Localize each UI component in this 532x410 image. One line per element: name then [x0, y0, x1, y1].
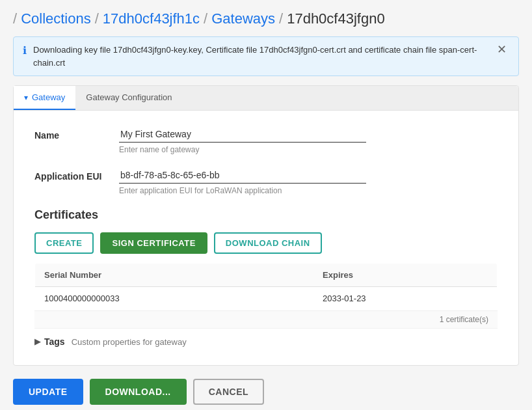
breadcrumb-collections[interactable]: Collections — [21, 10, 91, 27]
certificates-table: Serial Number Expires 1000400000000033 2… — [34, 263, 498, 310]
main-card: ▾ Gateway Gateway Configuration Name Ent… — [13, 85, 519, 366]
breadcrumb-collection-id[interactable]: 17dh0cf43jfh1c — [103, 10, 200, 27]
breadcrumb-sep-1: / — [95, 10, 99, 27]
download-button[interactable]: DOWNLOAD... — [90, 379, 187, 405]
table-body: 1000400000000033 2033-01-23 — [35, 287, 498, 310]
chevron-down-icon: ▾ — [24, 93, 28, 102]
breadcrumb-current: 17dh0cf43jfgn0 — [287, 10, 384, 27]
tab-gateway[interactable]: ▾ Gateway — [14, 86, 75, 110]
tags-row: ▶ Tags Custom properties for gateway — [34, 328, 498, 349]
col-serial-number: Serial Number — [35, 264, 314, 287]
update-button[interactable]: UPDATE — [13, 379, 83, 405]
app-eui-hint: Enter application EUI for LoRaWAN applic… — [119, 186, 366, 195]
app-eui-input[interactable] — [119, 167, 366, 184]
create-button[interactable]: CREATE — [34, 232, 94, 254]
cert-footer: 1 certificate(s) — [34, 310, 498, 328]
certificates-title: Certificates — [34, 208, 498, 222]
banner-close-button[interactable]: ✕ — [494, 44, 509, 55]
cancel-button[interactable]: CANCEL — [193, 379, 264, 405]
name-label: Name — [34, 126, 106, 141]
certificates-section: Certificates CREATE SIGN CERTIFICATE DOW… — [34, 208, 498, 328]
name-input[interactable] — [119, 126, 366, 143]
sign-certificate-button[interactable]: SIGN CERTIFICATE — [100, 232, 207, 254]
breadcrumb-separator-0: / — [13, 10, 17, 27]
cell-expires: 2033-01-23 — [313, 287, 497, 310]
card-tabs: ▾ Gateway Gateway Configuration — [14, 86, 518, 111]
breadcrumb-sep-2: / — [204, 10, 207, 27]
name-field-wrapper: Enter name of gateway — [119, 126, 366, 154]
card-body: Name Enter name of gateway Application E… — [14, 111, 518, 365]
app-eui-label: Application EUI — [34, 167, 106, 182]
tab-gateway-label: Gateway — [32, 92, 65, 102]
tags-label: Tags — [44, 336, 65, 347]
breadcrumb-gateways[interactable]: Gateways — [211, 10, 275, 27]
tab-gateway-config[interactable]: Gateway Configuration — [75, 86, 182, 110]
breadcrumb: / Collections / 17dh0cf43jfh1c / Gateway… — [13, 10, 519, 27]
breadcrumb-sep-3: / — [279, 10, 283, 27]
cell-serial: 1000400000000033 — [35, 287, 314, 310]
col-expires: Expires — [313, 264, 497, 287]
bottom-actions: UPDATE DOWNLOAD... CANCEL — [13, 379, 519, 405]
tags-toggle[interactable]: ▶ Tags — [34, 336, 65, 347]
banner-text: Downloading key file 17dh0cf43jfgn0-key.… — [33, 44, 488, 69]
name-form-row: Name Enter name of gateway — [34, 126, 498, 154]
info-icon: ℹ — [23, 44, 27, 57]
info-banner: ℹ Downloading key file 17dh0cf43jfgn0-ke… — [13, 36, 519, 76]
chevron-right-icon: ▶ — [34, 337, 40, 346]
name-hint: Enter name of gateway — [119, 145, 366, 154]
table-row: 1000400000000033 2033-01-23 — [35, 287, 498, 310]
cert-actions: CREATE SIGN CERTIFICATE DOWNLOAD CHAIN — [34, 232, 498, 254]
download-chain-button[interactable]: DOWNLOAD CHAIN — [214, 232, 322, 254]
table-header-row: Serial Number Expires — [35, 264, 498, 287]
tags-description: Custom properties for gateway — [72, 337, 187, 347]
tab-gateway-config-label: Gateway Configuration — [86, 92, 172, 102]
app-eui-form-row: Application EUI Enter application EUI fo… — [34, 167, 498, 195]
app-eui-field-wrapper: Enter application EUI for LoRaWAN applic… — [119, 167, 366, 195]
